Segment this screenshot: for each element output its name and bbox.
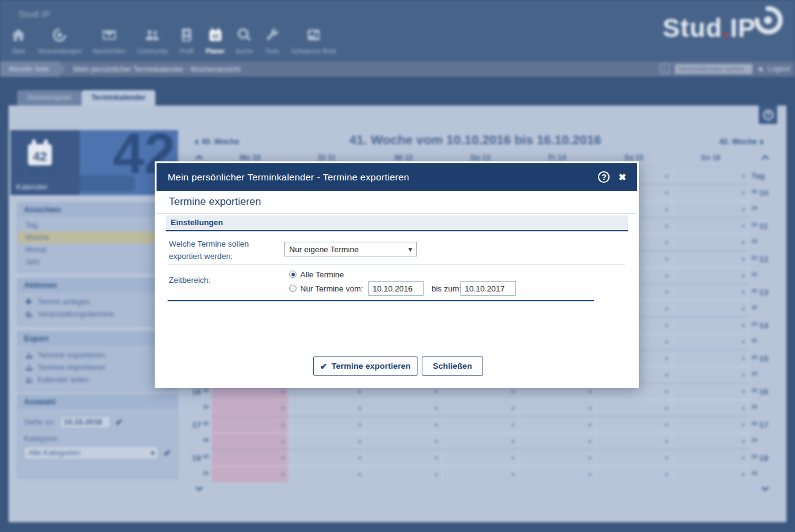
divider <box>157 213 637 214</box>
which-appointments-label: Welche Termine sollen exportiert werden: <box>169 238 279 263</box>
settings-section-header: Einstellungen <box>166 215 628 231</box>
date-to-input[interactable] <box>460 281 516 296</box>
export-dialog: Mein persönlicher Terminkalender - Termi… <box>155 161 639 388</box>
chevron-down-icon: ▾ <box>408 245 412 253</box>
radio-range-label[interactable]: Nur Termine vom: <box>300 284 363 293</box>
close-button[interactable]: Schließen <box>422 357 483 376</box>
radio-range-appointments[interactable] <box>289 285 297 292</box>
dialog-title: Mein persönlicher Terminkalender - Termi… <box>168 172 598 183</box>
divider <box>168 300 594 301</box>
date-from-input[interactable] <box>368 281 424 296</box>
dialog-body: Termine exportieren Einstellungen Welche… <box>157 191 637 386</box>
close-icon[interactable]: ✖ <box>618 172 626 183</box>
dialog-titlebar[interactable]: Mein persönlicher Terminkalender - Termi… <box>157 163 637 191</box>
which-appointments-select[interactable]: Nur eigene Termine ▾ <box>284 242 417 256</box>
studip-app: Stud.IP Start Veranstaltungen Nachrichte… <box>0 0 795 532</box>
dialog-heading: Termine exportieren <box>169 196 261 208</box>
radio-all-appointments[interactable] <box>289 271 297 278</box>
time-range-label: Zeitbereich: <box>169 276 211 285</box>
divider <box>168 264 625 265</box>
select-value: Nur eigene Termine <box>289 245 359 254</box>
until-label: bis zum: <box>432 284 461 293</box>
check-icon: ✔ <box>320 361 327 371</box>
dialog-help-icon[interactable]: ? <box>598 171 610 183</box>
radio-all-label[interactable]: Alle Termine <box>300 270 344 279</box>
export-button[interactable]: ✔ Termine exportieren <box>313 357 417 376</box>
